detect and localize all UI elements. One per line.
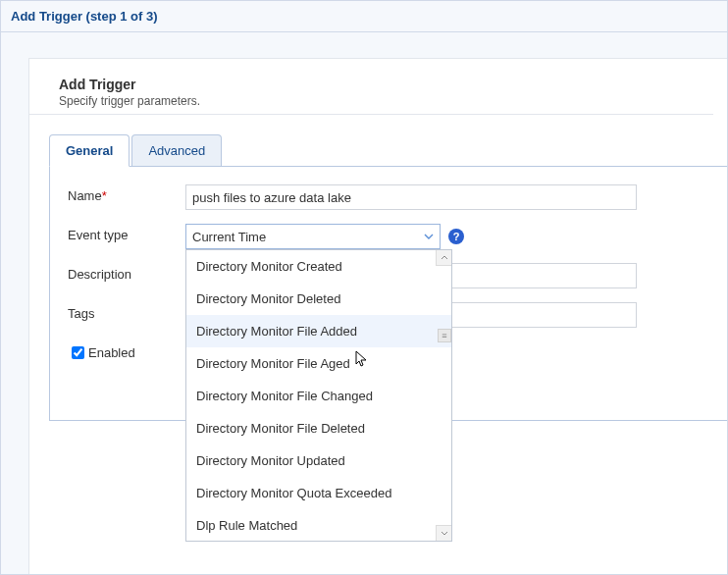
event-type-selected-value: Current Time bbox=[192, 230, 266, 244]
tabs: General Advanced Name* Event type bbox=[49, 134, 727, 421]
panel-title: Add Trigger (step 1 of 3) bbox=[1, 1, 727, 32]
add-trigger-panel: Add Trigger (step 1 of 3) Add Trigger Sp… bbox=[0, 0, 728, 575]
tab-panel-general: Name* Event type Current Time bbox=[49, 166, 727, 421]
event-option[interactable]: Directory Monitor Quota Exceeded bbox=[186, 477, 451, 509]
event-option[interactable]: Directory Monitor Updated bbox=[186, 444, 451, 477]
inner-panel: Add Trigger Specify trigger parameters. … bbox=[28, 58, 727, 575]
page-title: Add Trigger bbox=[59, 77, 713, 92]
help-icon[interactable]: ? bbox=[448, 229, 464, 244]
event-option[interactable]: Directory Monitor File Added bbox=[186, 315, 451, 347]
required-asterisk: * bbox=[102, 188, 107, 203]
enabled-label: Enabled bbox=[88, 345, 135, 360]
page-subtitle: Specify trigger parameters. bbox=[59, 94, 713, 108]
tab-general[interactable]: General bbox=[49, 134, 130, 167]
event-type-select[interactable]: Current Time bbox=[185, 224, 441, 249]
title-block: Add Trigger Specify trigger parameters. bbox=[29, 59, 713, 115]
name-input[interactable] bbox=[185, 184, 637, 210]
scroll-thumb[interactable]: ≡ bbox=[438, 329, 451, 342]
scroll-up-button[interactable] bbox=[436, 250, 451, 266]
chevron-down-icon bbox=[422, 230, 436, 243]
event-option[interactable]: Directory Monitor Deleted bbox=[186, 283, 451, 315]
event-option[interactable]: Directory Monitor File Changed bbox=[186, 380, 451, 412]
enabled-checkbox[interactable] bbox=[72, 346, 84, 359]
tab-advanced[interactable]: Advanced bbox=[131, 134, 222, 166]
tags-label: Tags bbox=[68, 302, 185, 321]
description-label: Description bbox=[68, 263, 185, 282]
event-option[interactable]: Directory Monitor Created bbox=[186, 250, 451, 283]
dropdown-inner: Directory Monitor Created Directory Moni… bbox=[186, 250, 451, 541]
name-label: Name* bbox=[68, 184, 185, 203]
event-type-dropdown: Directory Monitor Created Directory Moni… bbox=[185, 249, 452, 542]
row-event-type: Event type Current Time ? Direct bbox=[68, 224, 709, 249]
event-option[interactable]: Directory Monitor File Deleted bbox=[186, 412, 451, 444]
event-type-label: Event type bbox=[68, 224, 185, 242]
scroll-down-button[interactable] bbox=[436, 525, 451, 541]
enabled-field: Enabled bbox=[68, 341, 185, 362]
event-option[interactable]: Directory Monitor File Aged bbox=[186, 347, 451, 380]
row-name: Name* bbox=[68, 184, 709, 210]
event-option[interactable]: Dlp Rule Matched bbox=[186, 509, 451, 541]
tabstrip: General Advanced bbox=[49, 134, 727, 166]
